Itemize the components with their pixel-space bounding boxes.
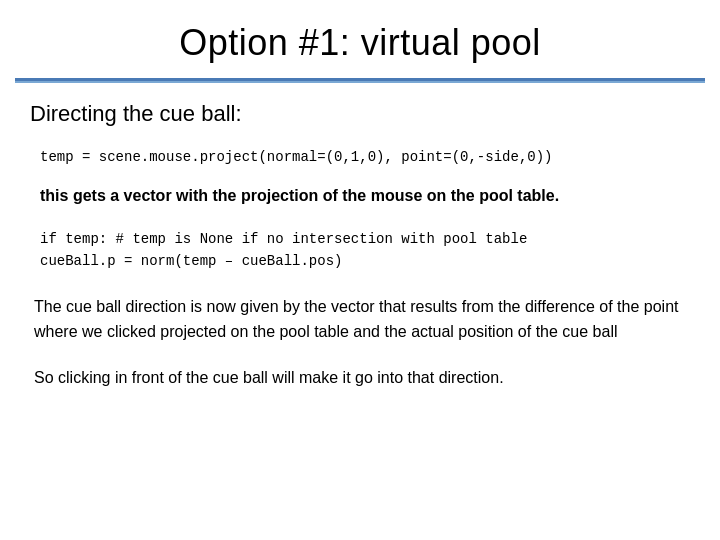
section-heading: Directing the cue ball: bbox=[30, 101, 690, 127]
slide-container: Option #1: virtual pool Directing the cu… bbox=[0, 0, 720, 540]
code-line-2a: if temp: # temp is None if no intersecti… bbox=[40, 228, 680, 250]
title-area: Option #1: virtual pool bbox=[0, 0, 720, 72]
code-block-2: if temp: # temp is None if no intersecti… bbox=[30, 222, 690, 279]
body-paragraph-1: The cue ball direction is now given by t… bbox=[30, 291, 690, 349]
description-text-1: this gets a vector with the projection o… bbox=[30, 178, 690, 214]
slide-title: Option #1: virtual pool bbox=[40, 22, 680, 64]
code-line-2b: cueBall.p = norm(temp – cueBall.pos) bbox=[40, 250, 680, 272]
body-paragraph-2: So clicking in front of the cue ball wil… bbox=[30, 362, 690, 395]
content-area: Directing the cue ball: temp = scene.mou… bbox=[0, 83, 720, 419]
code-line-1: temp = scene.mouse.project(normal=(0,1,0… bbox=[30, 141, 690, 174]
